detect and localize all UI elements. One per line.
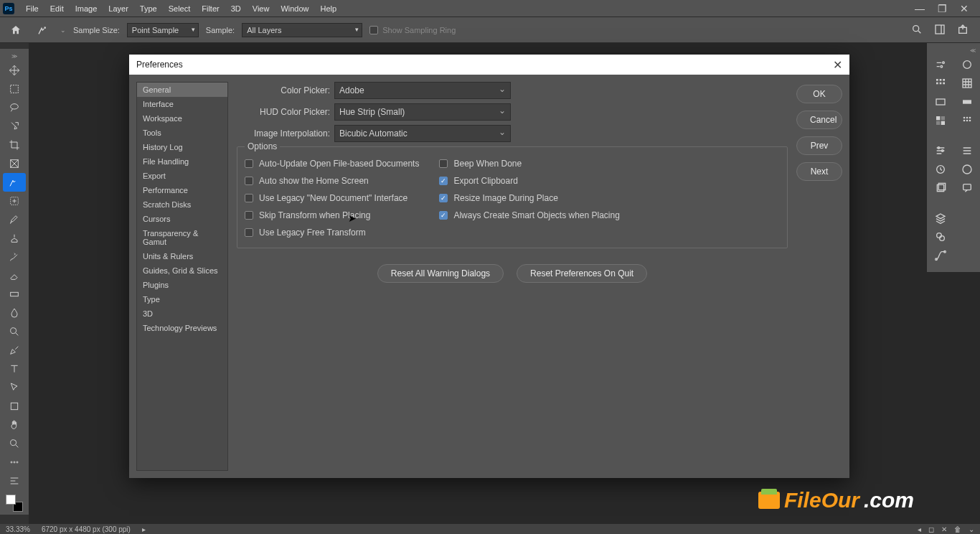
close-status-icon[interactable]: ✕ <box>941 525 947 533</box>
option-export-clipboard[interactable]: ✓Export Clipboard <box>439 176 619 186</box>
option-resize-image-during-place[interactable]: ✓Resize Image During Place <box>439 193 619 203</box>
sample-select[interactable]: All Layers <box>242 23 362 37</box>
rectangle-tool[interactable] <box>3 397 26 416</box>
lasso-tool[interactable] <box>3 98 26 117</box>
info-icon[interactable] <box>957 160 977 179</box>
trash-icon[interactable]: 🗑 <box>954 525 961 533</box>
sidebar-item-3d[interactable]: 3D <box>137 306 227 321</box>
collapse-panels-icon[interactable]: ≪ <box>927 46 980 55</box>
libraries-icon[interactable] <box>930 179 951 197</box>
path-select-tool[interactable] <box>3 378 26 397</box>
brush-tool[interactable] <box>3 210 26 229</box>
foreground-swatch[interactable] <box>6 495 16 505</box>
menu-filter[interactable]: Filter <box>196 4 225 13</box>
channels-icon[interactable] <box>930 228 951 246</box>
close-window-icon[interactable]: ✕ <box>960 3 969 14</box>
menu-layer[interactable]: Layer <box>103 4 134 13</box>
menu-window[interactable]: Window <box>275 4 314 13</box>
pen-tool[interactable] <box>3 341 26 360</box>
eraser-tool[interactable] <box>3 266 26 285</box>
eyedropper-tool[interactable] <box>3 173 26 192</box>
more-tool[interactable] <box>3 453 26 472</box>
zoom-tool[interactable] <box>3 434 26 453</box>
square-icon[interactable]: ◻ <box>928 525 934 533</box>
zoom-level[interactable]: 33.33% <box>6 525 30 533</box>
crop-tool[interactable] <box>3 136 26 154</box>
home-button[interactable] <box>6 20 26 40</box>
sidebar-item-export[interactable]: Export <box>137 169 227 183</box>
chevron-right-icon[interactable]: ▸ <box>142 525 146 533</box>
sidebar-item-transparency-gamut[interactable]: Transparency & Gamut <box>137 226 227 249</box>
sidebar-item-tools[interactable]: Tools <box>137 126 227 140</box>
sidebar-item-type[interactable]: Type <box>137 292 227 306</box>
type-tool[interactable] <box>3 360 26 378</box>
adjustments-icon[interactable] <box>930 55 951 74</box>
option-auto-update-open-file-based-documents[interactable]: Auto-Update Open File-based Documents <box>245 159 419 169</box>
option-beep-when-done[interactable]: Beep When Done <box>439 159 619 169</box>
comments-icon[interactable] <box>957 179 977 197</box>
patterns-icon[interactable] <box>930 111 951 130</box>
restore-icon[interactable]: ❐ <box>938 3 947 14</box>
sidebar-item-performance[interactable]: Performance <box>137 183 227 197</box>
sidebar-item-workspace[interactable]: Workspace <box>137 111 227 126</box>
layers-icon[interactable] <box>930 209 951 228</box>
hud-color-picker-select[interactable]: Hue Strip (Small) <box>334 103 511 121</box>
chevron-down-icon[interactable]: ⌄ <box>969 525 974 533</box>
menu-3d[interactable]: 3D <box>225 4 247 13</box>
move-tool[interactable] <box>3 61 26 80</box>
hand-tool[interactable] <box>3 416 26 434</box>
sidebar-item-general[interactable]: General <box>137 83 227 97</box>
menu-edit[interactable]: Edit <box>44 4 70 13</box>
menu-select[interactable]: Select <box>163 4 197 13</box>
color-swatches[interactable] <box>6 495 23 512</box>
share-icon[interactable] <box>957 24 969 37</box>
menu-image[interactable]: Image <box>70 4 103 13</box>
reset-warnings-button[interactable]: Reset All Warning Dialogs <box>377 264 504 283</box>
option-always-create-smart-objects-when-placing[interactable]: ✓Always Create Smart Objects when Placin… <box>439 210 619 220</box>
marquee-tool[interactable] <box>3 80 26 98</box>
next-button[interactable]: Next <box>796 162 842 181</box>
grid-icon[interactable] <box>957 74 977 93</box>
gradient-tool[interactable] <box>3 285 26 304</box>
sidebar-item-history-log[interactable]: History Log <box>137 140 227 154</box>
sample-size-select[interactable]: Point Sample <box>127 23 199 37</box>
sliders-icon[interactable] <box>957 141 977 160</box>
quick-select-tool[interactable] <box>3 117 26 136</box>
gradients-icon[interactable] <box>930 93 951 111</box>
color-panel-icon[interactable] <box>957 55 977 74</box>
sidebar-item-technology-previews[interactable]: Technology Previews <box>137 321 227 335</box>
sidebar-item-file-handling[interactable]: File Handling <box>137 154 227 169</box>
current-tool-icon[interactable] <box>33 20 53 40</box>
sidebar-item-cursors[interactable]: Cursors <box>137 212 227 226</box>
collapse-tools-icon[interactable]: ≫ <box>10 52 19 61</box>
image-interpolation-select[interactable]: Bicubic Automatic <box>334 125 511 142</box>
show-sampling-ring-check[interactable]: Show Sampling Ring <box>369 26 456 34</box>
option-skip-transform-when-placing[interactable]: Skip Transform when Placing <box>245 210 419 220</box>
gradient-bar-icon[interactable] <box>957 93 977 111</box>
clone-stamp-tool[interactable] <box>3 229 26 248</box>
sidebar-item-scratch-disks[interactable]: Scratch Disks <box>137 197 227 212</box>
dodge-tool[interactable] <box>3 322 26 341</box>
history-brush-tool[interactable] <box>3 248 26 266</box>
history-icon[interactable] <box>930 160 951 179</box>
menu-view[interactable]: View <box>247 4 275 13</box>
option-use-legacy-free-transform[interactable]: Use Legacy Free Transform <box>245 228 419 238</box>
healing-brush-tool[interactable] <box>3 192 26 210</box>
prev-button[interactable]: Prev <box>796 136 842 155</box>
reset-on-quit-button[interactable]: Reset Preferences On Quit <box>517 264 647 283</box>
frame-tool[interactable] <box>3 154 26 173</box>
paths-icon[interactable] <box>930 246 951 265</box>
ok-button[interactable]: OK <box>796 85 842 103</box>
search-icon[interactable] <box>911 24 923 37</box>
option-auto-show-the-home-screen[interactable]: Auto show the Home Screen <box>245 176 419 186</box>
option-use-legacy-new-document-interface[interactable]: Use Legacy "New Document" Interface <box>245 193 419 203</box>
menu-help[interactable]: Help <box>315 4 343 13</box>
sidebar-item-plugins[interactable]: Plugins <box>137 278 227 292</box>
blur-tool[interactable] <box>3 304 26 322</box>
workspace-icon[interactable] <box>934 24 946 37</box>
cancel-button[interactable]: Cancel <box>796 111 842 129</box>
dots-icon[interactable] <box>957 111 977 130</box>
minimize-icon[interactable]: — <box>915 3 925 14</box>
sidebar-item-units-rulers[interactable]: Units & Rulers <box>137 249 227 263</box>
properties-icon[interactable] <box>930 141 951 160</box>
